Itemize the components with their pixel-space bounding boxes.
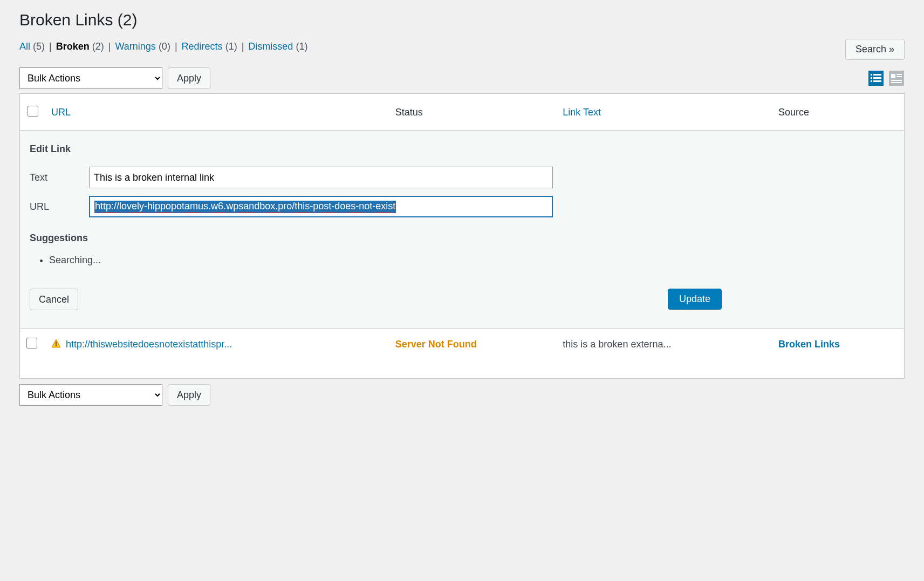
- column-link-text[interactable]: Link Text: [563, 107, 601, 118]
- apply-button-bottom[interactable]: Apply: [168, 384, 210, 406]
- suggestion-item: Searching...: [49, 255, 894, 266]
- svg-rect-11: [891, 80, 902, 81]
- filter-warnings[interactable]: Warnings: [115, 41, 156, 52]
- filter-redirects[interactable]: Redirects: [182, 41, 223, 52]
- svg-rect-4: [873, 77, 881, 79]
- bulk-actions-select-bottom[interactable]: Bulk Actions: [19, 384, 162, 406]
- edit-url-label: URL: [30, 201, 89, 213]
- row-checkbox[interactable]: [26, 338, 37, 348]
- column-source: Source: [772, 94, 904, 131]
- warning-icon: [51, 339, 61, 348]
- svg-rect-9: [896, 74, 902, 75]
- filter-dismissed[interactable]: Dismissed: [248, 41, 293, 52]
- view-list-icon[interactable]: [868, 70, 884, 86]
- row-link-text: this is a broken externa...: [556, 329, 772, 378]
- row-url-link[interactable]: http://thiswebsitedoesnotexistatthispr..…: [66, 339, 232, 350]
- svg-rect-14: [56, 341, 57, 345]
- edit-link-heading: Edit Link: [30, 143, 894, 155]
- edit-text-label: Text: [30, 172, 89, 183]
- search-button[interactable]: Search »: [845, 39, 905, 60]
- filter-broken-count: (2): [92, 41, 104, 52]
- svg-rect-1: [871, 74, 872, 76]
- filter-warnings-count: (0): [159, 41, 170, 52]
- svg-rect-2: [873, 74, 881, 76]
- edit-url-input[interactable]: http://lovely-hippopotamus.w6.wpsandbox.…: [89, 196, 553, 217]
- filter-dismissed-count: (1): [296, 41, 307, 52]
- svg-rect-5: [871, 80, 872, 82]
- view-excerpt-icon[interactable]: [888, 70, 905, 86]
- svg-rect-10: [896, 76, 902, 77]
- table-row: http://thiswebsitedoesnotexistatthispr..…: [20, 329, 904, 378]
- svg-rect-8: [891, 74, 895, 78]
- column-url[interactable]: URL: [51, 107, 71, 118]
- filter-broken[interactable]: Broken: [56, 41, 90, 52]
- filter-redirects-count: (1): [225, 41, 237, 52]
- svg-rect-15: [56, 345, 57, 346]
- row-source-link[interactable]: Broken Links: [778, 339, 840, 350]
- svg-rect-3: [871, 77, 872, 79]
- filter-tabs: All (5) | Broken (2) | Warnings (0) | Re…: [19, 39, 307, 54]
- page-title: Broken Links (2): [19, 11, 905, 29]
- cancel-button[interactable]: Cancel: [30, 289, 78, 310]
- column-status: Status: [389, 94, 557, 131]
- update-button[interactable]: Update: [668, 289, 722, 310]
- edit-text-input[interactable]: [89, 167, 553, 188]
- filter-all-count: (5): [33, 41, 45, 52]
- bulk-actions-select-top[interactable]: Bulk Actions: [19, 67, 162, 89]
- apply-button-top[interactable]: Apply: [168, 67, 210, 89]
- suggestions-heading: Suggestions: [30, 233, 894, 244]
- svg-rect-12: [891, 82, 902, 83]
- filter-all[interactable]: All: [19, 41, 30, 52]
- select-all-checkbox[interactable]: [28, 106, 38, 117]
- row-status: Server Not Found: [395, 339, 477, 350]
- svg-rect-6: [873, 80, 881, 82]
